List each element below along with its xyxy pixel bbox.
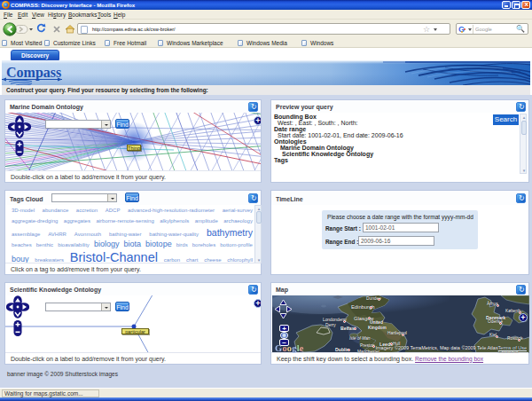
svg-text:Compass: Compass: [6, 65, 61, 81]
